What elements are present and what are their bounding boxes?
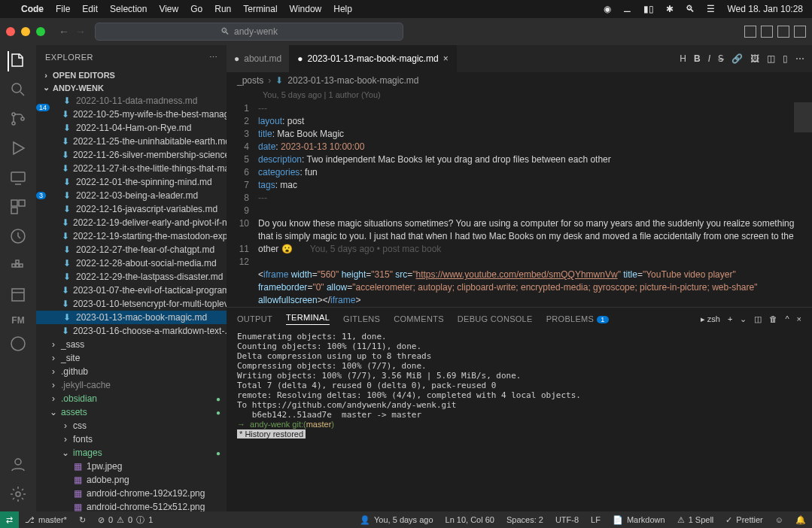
breadcrumb-file[interactable]: 2023-01-13-mac-book-magic.md bbox=[287, 75, 418, 86]
status-sync[interactable]: ↻ bbox=[73, 511, 92, 528]
file-item[interactable]: ▦adobe.png bbox=[36, 473, 227, 487]
more-actions-icon[interactable]: ⋯ bbox=[795, 53, 804, 64]
status-branch[interactable]: ⎇ master* bbox=[19, 511, 73, 528]
panel-tab-comments[interactable]: COMMENTS bbox=[394, 314, 444, 323]
control-center-icon[interactable]: ☰ bbox=[707, 4, 715, 14]
zoom-window-button[interactable] bbox=[36, 27, 45, 36]
tab-mac-book-magic[interactable]: ●2023-01-13-mac-book-magic.md× bbox=[290, 45, 456, 72]
status-encoding[interactable]: UTF-8 bbox=[549, 515, 585, 524]
file-item[interactable]: ⬇2022-11-26-silver-membership-science-do… bbox=[36, 148, 227, 162]
panel-tab-terminal[interactable]: TERMINAL bbox=[286, 313, 330, 325]
folder-item[interactable]: ›css bbox=[36, 419, 227, 432]
folder-item[interactable]: ›_sass bbox=[36, 338, 227, 351]
terminal-output[interactable]: Enumerating objects: 11, done. Counting … bbox=[227, 330, 812, 450]
menu-code[interactable]: Code bbox=[21, 4, 44, 14]
strike-icon[interactable]: S̶ bbox=[718, 53, 724, 64]
activity-fm-icon[interactable]: FM bbox=[11, 315, 24, 326]
link-icon[interactable]: 🔗 bbox=[731, 53, 743, 64]
file-item[interactable]: ⬇2022-12-16-javascript-variables.md bbox=[36, 202, 227, 216]
activity-settings-icon[interactable] bbox=[9, 485, 27, 505]
code-editor[interactable]: 12345678910 1112 --- layout: post title:… bbox=[227, 102, 812, 307]
menu-window[interactable]: Window bbox=[290, 4, 322, 14]
activity-explorer-icon[interactable] bbox=[8, 51, 27, 71]
camera-icon[interactable]: ◉ bbox=[604, 4, 611, 14]
breadcrumb[interactable]: _posts› ⬇ 2023-01-13-mac-book-magic.md bbox=[227, 72, 812, 89]
status-feedback-icon[interactable]: ☺ bbox=[769, 515, 789, 524]
nav-forward-icon[interactable]: → bbox=[75, 26, 86, 38]
activity-remote-icon[interactable] bbox=[9, 168, 27, 189]
activity-extensions-icon[interactable]: 3 bbox=[9, 198, 27, 218]
file-item[interactable]: ⬇2022-12-03-being-a-leader.md bbox=[36, 189, 227, 202]
status-problems[interactable]: ⊘ 0 ⚠ 0 ⓘ 1 bbox=[92, 511, 159, 528]
menu-view[interactable]: View bbox=[159, 4, 178, 14]
file-item[interactable]: ⬇2022-12-28-about-social-media.md bbox=[36, 256, 227, 270]
activity-account-icon[interactable] bbox=[9, 456, 27, 476]
folder-item[interactable]: ›.github bbox=[36, 365, 227, 378]
code-body[interactable]: --- layout: post title: Mac Book Magic d… bbox=[258, 102, 812, 307]
status-language[interactable]: 📄 Markdown bbox=[607, 515, 671, 525]
activity-github-icon[interactable] bbox=[9, 335, 27, 355]
layout-panel-icon[interactable] bbox=[761, 26, 773, 38]
layout-customize-icon[interactable] bbox=[794, 26, 806, 38]
menu-terminal[interactable]: Terminal bbox=[243, 4, 277, 14]
command-center-search[interactable]: 🔍︎ andy-wenk bbox=[95, 23, 403, 41]
explorer-more-icon[interactable]: ⋯ bbox=[209, 53, 218, 62]
activity-project-icon[interactable] bbox=[9, 286, 27, 306]
terminal-shell-select[interactable]: ▸ zsh bbox=[701, 314, 720, 324]
tab-about[interactable]: ●about.md bbox=[227, 45, 290, 72]
status-bell-icon[interactable]: 🔔 bbox=[789, 515, 812, 525]
nav-back-icon[interactable]: ← bbox=[59, 26, 69, 38]
remote-indicator[interactable]: ⇄ bbox=[0, 511, 19, 528]
wifi-icon[interactable]: ⚊ bbox=[623, 4, 631, 14]
folder-item[interactable]: ⌄assets● bbox=[36, 405, 227, 419]
bluetooth-icon[interactable]: ✱ bbox=[666, 4, 674, 14]
file-item[interactable]: ⬇2022-11-25-the-uninhabitable-earth.md bbox=[36, 135, 227, 148]
panel-tab-problems[interactable]: PROBLEMS1 bbox=[546, 314, 609, 323]
status-spell[interactable]: ⚠ 1 Spell bbox=[671, 515, 720, 525]
file-item[interactable]: ⬇2022-11-04-Ham-on-Rye.md bbox=[36, 121, 227, 135]
file-item[interactable]: ⬇2022-11-27-it-s-the-little-things-that-… bbox=[36, 162, 227, 175]
file-item[interactable]: ▦android-chrome-512x512.png bbox=[36, 500, 227, 511]
new-terminal-icon[interactable]: + bbox=[728, 314, 732, 323]
minimize-window-button[interactable] bbox=[21, 27, 30, 36]
terminal-dropdown-icon[interactable]: ⌄ bbox=[740, 314, 747, 324]
panel-tab-debug[interactable]: DEBUG CONSOLE bbox=[458, 314, 533, 323]
file-item[interactable]: ▦1pw.jpeg bbox=[36, 460, 227, 473]
panel-tab-gitlens[interactable]: GITLENS bbox=[343, 314, 380, 323]
file-item[interactable]: ⬇2022-10-25-my-wife-is-the-best-manager-… bbox=[36, 108, 227, 121]
folder-item[interactable]: ›_site bbox=[36, 351, 227, 365]
menu-file[interactable]: File bbox=[56, 4, 70, 14]
file-item[interactable]: ⬇2023-01-10-letsencrypt-for-multi-toplev… bbox=[36, 297, 227, 311]
battery-icon[interactable]: ▮▯ bbox=[643, 4, 654, 14]
minimap[interactable] bbox=[794, 102, 812, 307]
file-item[interactable]: ⬇2022-12-19-deliver-early-and-pivot-if-n… bbox=[36, 216, 227, 229]
file-item[interactable]: ▦android-chrome-192x192.png bbox=[36, 487, 227, 500]
folder-item[interactable]: ›.obsidian● bbox=[36, 392, 227, 405]
activity-search-icon[interactable] bbox=[9, 80, 27, 101]
file-item[interactable]: ⬇2023-01-07-the-evil-of-tactical-program… bbox=[36, 284, 227, 297]
kill-terminal-icon[interactable]: 🗑 bbox=[769, 314, 777, 323]
file-item[interactable]: ⬇2023-01-13-mac-book-magic.md bbox=[36, 311, 227, 324]
status-blame[interactable]: 👤 You, 5 days ago bbox=[354, 515, 439, 525]
open-editors-section[interactable]: ›OPEN EDITORS bbox=[36, 69, 227, 81]
menu-selection[interactable]: Selection bbox=[110, 4, 147, 14]
split-terminal-icon[interactable]: ◫ bbox=[754, 314, 762, 324]
status-eol[interactable]: LF bbox=[585, 515, 607, 524]
maximize-panel-icon[interactable]: ^ bbox=[785, 314, 789, 323]
activity-docker-icon[interactable] bbox=[9, 256, 27, 277]
breadcrumb-folder[interactable]: _posts bbox=[237, 75, 263, 86]
layout-sidebar-right-icon[interactable] bbox=[777, 26, 789, 38]
image-icon[interactable]: 🖼 bbox=[750, 53, 759, 64]
bold-icon[interactable]: B bbox=[694, 53, 701, 64]
panel-tab-output[interactable]: OUTPUT bbox=[237, 314, 272, 323]
activity-debug-icon[interactable] bbox=[9, 139, 27, 159]
close-panel-icon[interactable]: × bbox=[797, 314, 801, 323]
activity-scm-icon[interactable]: 14 bbox=[9, 110, 27, 130]
status-prettier[interactable]: ✓ Prettier bbox=[719, 515, 768, 525]
status-indent[interactable]: Spaces: 2 bbox=[500, 515, 549, 524]
status-cursor-pos[interactable]: Ln 10, Col 60 bbox=[439, 515, 500, 524]
gitlens-authors[interactable]: You, 5 days ago | 1 author (You) bbox=[227, 89, 812, 102]
preview-icon[interactable]: ◫ bbox=[767, 53, 775, 64]
menu-go[interactable]: Go bbox=[190, 4, 202, 14]
file-item[interactable]: ⬇2022-12-19-starting-the-mastodon-experi… bbox=[36, 229, 227, 243]
